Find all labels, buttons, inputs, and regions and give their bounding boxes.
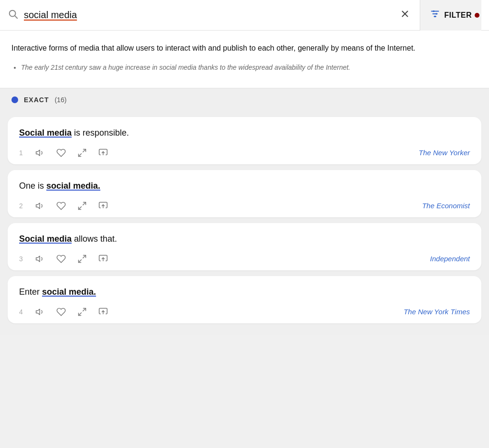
- sentence-post: allows that.: [72, 234, 117, 244]
- search-icon: [8, 9, 18, 21]
- svg-line-14: [83, 202, 86, 205]
- speaker-button[interactable]: [34, 147, 46, 159]
- action-icons: [34, 147, 419, 159]
- definition-text: Interactive forms of media that allow us…: [11, 42, 478, 54]
- speaker-button[interactable]: [34, 306, 46, 318]
- source-label[interactable]: The New Yorker: [419, 149, 470, 157]
- results-list: Social media is responsible.1The New Yor…: [0, 111, 489, 335]
- action-icons: [34, 306, 404, 318]
- svg-line-20: [83, 308, 86, 311]
- sentence-pre: Enter: [19, 287, 42, 297]
- svg-marker-10: [36, 150, 40, 156]
- exact-dot: [11, 96, 18, 103]
- source-label[interactable]: Independent: [430, 255, 470, 263]
- expand-button[interactable]: [76, 306, 88, 318]
- speaker-button[interactable]: [34, 200, 46, 212]
- favorite-button[interactable]: [55, 253, 67, 265]
- source-label[interactable]: The Economist: [422, 202, 470, 210]
- result-number: 3: [19, 255, 27, 263]
- share-button[interactable]: [97, 306, 109, 318]
- svg-line-18: [79, 260, 82, 263]
- svg-line-12: [79, 154, 82, 157]
- svg-line-15: [79, 207, 82, 210]
- result-card: Social media allows that.3Independent: [8, 223, 481, 270]
- result-actions: 1The New Yorker: [19, 145, 470, 159]
- definition-section: Interactive forms of media that allow us…: [0, 31, 489, 88]
- favorite-button[interactable]: [55, 147, 67, 159]
- svg-line-1: [15, 16, 17, 18]
- svg-marker-16: [36, 256, 40, 262]
- svg-marker-13: [36, 203, 40, 209]
- svg-point-9: [434, 16, 436, 18]
- result-card: Enter social media.4The New York Times: [8, 276, 481, 323]
- search-input[interactable]: [24, 10, 398, 21]
- exact-section-header: EXACT (16): [0, 88, 489, 111]
- result-sentence: Social media allows that.: [19, 233, 470, 245]
- svg-point-8: [436, 13, 437, 15]
- sentence-post: is responsible.: [72, 128, 129, 138]
- favorite-button[interactable]: [55, 200, 67, 212]
- result-card: Social media is responsible.1The New Yor…: [8, 117, 481, 164]
- result-number: 4: [19, 308, 27, 316]
- definition-example: The early 21st century saw a huge increa…: [21, 62, 478, 73]
- sentence-highlight: social media.: [42, 287, 96, 297]
- svg-line-17: [83, 255, 86, 258]
- search-input-wrap: [24, 10, 398, 21]
- result-card: One is social media.2The Economist: [8, 170, 481, 217]
- svg-line-21: [79, 313, 82, 316]
- speaker-button[interactable]: [34, 253, 46, 265]
- search-dot-indicator: [475, 13, 479, 18]
- sentence-highlight: social media.: [46, 181, 100, 191]
- svg-line-11: [83, 149, 86, 152]
- favorite-button[interactable]: [55, 306, 67, 318]
- source-label[interactable]: The New York Times: [404, 308, 470, 316]
- result-number: 2: [19, 202, 27, 210]
- sentence-highlight: Social media: [19, 234, 72, 244]
- sentence-pre: One is: [19, 181, 46, 191]
- sentence-highlight: Social media: [19, 128, 72, 138]
- result-number: 1: [19, 149, 27, 157]
- exact-count: (16): [54, 96, 66, 104]
- filter-label: FILTER: [444, 11, 472, 20]
- clear-search-button[interactable]: [398, 7, 412, 24]
- action-icons: [34, 253, 430, 265]
- svg-marker-19: [36, 309, 40, 315]
- filter-icon: [430, 9, 440, 21]
- result-actions: 2The Economist: [19, 198, 470, 212]
- exact-label: EXACT: [24, 96, 49, 104]
- result-sentence: Social media is responsible.: [19, 127, 470, 139]
- result-actions: 4The New York Times: [19, 304, 470, 318]
- expand-button[interactable]: [76, 200, 88, 212]
- result-sentence: Enter social media.: [19, 286, 470, 299]
- svg-point-7: [433, 11, 435, 12]
- result-sentence: One is social media.: [19, 180, 470, 192]
- action-icons: [34, 200, 422, 212]
- share-button[interactable]: [97, 200, 109, 212]
- share-button[interactable]: [97, 147, 109, 159]
- filter-button[interactable]: FILTER: [420, 0, 481, 31]
- share-button[interactable]: [97, 253, 109, 265]
- result-actions: 3Independent: [19, 251, 470, 265]
- expand-button[interactable]: [76, 147, 88, 159]
- expand-button[interactable]: [76, 253, 88, 265]
- search-bar: FILTER: [0, 0, 489, 31]
